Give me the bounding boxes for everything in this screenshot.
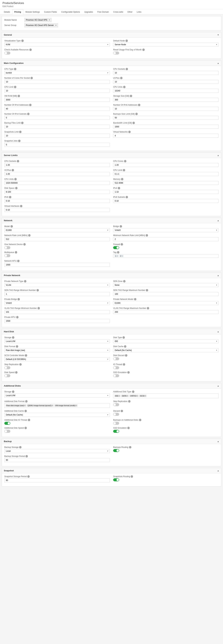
- virtual-networks-input[interactable]: [113, 134, 219, 138]
- ad-storage-select[interactable]: Local-LVM: [4, 394, 110, 398]
- pn-sdn-tag-min-input[interactable]: [4, 292, 110, 296]
- cpu-sockets-input[interactable]: [113, 71, 219, 75]
- hd-ssd-emulation-toggle[interactable]: [113, 374, 119, 377]
- pn-sdn-zone-select[interactable]: None: [113, 283, 219, 287]
- sl-ipv4-input[interactable]: [113, 190, 219, 194]
- ad-disk-format-tags[interactable]: Raw disk image (raw) × QEMU image format…: [4, 403, 110, 408]
- sl-vcplus-input[interactable]: [4, 172, 110, 176]
- ad-tag-scsi-remove[interactable]: ×: [145, 395, 146, 397]
- hd-scsi-select[interactable]: Default (LSI 53C895A): [4, 357, 110, 361]
- net-rate-limit-input[interactable]: [4, 237, 110, 241]
- sn-period-input[interactable]: [4, 478, 110, 482]
- pn-bridge-select[interactable]: Vmbr0: [4, 301, 110, 305]
- sl-disk-space-input[interactable]: [4, 190, 110, 194]
- vm-ram-input[interactable]: [4, 98, 110, 102]
- ad-tag-virtio-remove[interactable]: ×: [137, 395, 138, 397]
- hd-disk-type-select[interactable]: IDE: [113, 339, 219, 343]
- cpu-limit-input[interactable]: [4, 89, 110, 93]
- net-one-network-toggle[interactable]: [4, 246, 10, 249]
- ipv4-subnets-input[interactable]: [4, 116, 110, 120]
- sl-cpu-sockets-input[interactable]: [4, 163, 110, 167]
- sl-ipv6-subnets-input[interactable]: [113, 199, 219, 203]
- hard-disk-header[interactable]: Hard Disk ▲: [2, 329, 221, 334]
- default-node-select[interactable]: Server-Node: [113, 42, 219, 46]
- sl-ipv6-input[interactable]: [4, 199, 110, 203]
- tab-pricing[interactable]: Pricing: [12, 9, 23, 14]
- tab-links[interactable]: Links: [135, 9, 144, 14]
- module-name-select[interactable]: Proxmox VE Cloud VPS: [24, 18, 52, 22]
- ad-backups-toggle[interactable]: [113, 422, 119, 425]
- net-bridge-select[interactable]: Vmbr0: [113, 228, 219, 232]
- tab-module-settings[interactable]: Module Settings: [23, 9, 42, 14]
- snapshots-limit-input[interactable]: [4, 134, 110, 138]
- net-tag-1-remove[interactable]: ×: [117, 255, 118, 257]
- ad-io-thread-toggle[interactable]: [4, 422, 10, 425]
- cpu-type-select[interactable]: kvm64: [4, 71, 110, 75]
- tab-cross-sells[interactable]: Cross-sells: [111, 9, 125, 14]
- tab-other[interactable]: Other: [125, 9, 135, 14]
- ad-discard-toggle[interactable]: [113, 413, 119, 416]
- net-multiqueue-toggle[interactable]: [4, 254, 10, 257]
- cores-per-socket-input[interactable]: [4, 80, 110, 84]
- ad-ssd-emulation-toggle[interactable]: [113, 430, 119, 433]
- hd-skip-replication-toggle[interactable]: [4, 366, 10, 369]
- pn-mtu-input[interactable]: [4, 319, 110, 323]
- ad-tag-ide-remove[interactable]: ×: [119, 395, 120, 397]
- tab-custom-fields[interactable]: Custom Fields: [42, 9, 59, 14]
- main-config-header[interactable]: Main Configuration ▲: [2, 60, 221, 66]
- ad-tag-raw-remove[interactable]: ×: [24, 404, 25, 406]
- vcplus-input[interactable]: [113, 80, 219, 84]
- ad-tag-qcow2-remove[interactable]: ×: [52, 404, 53, 406]
- server-group-select[interactable]: Proxmox VE Cloud VPS Server: [24, 23, 58, 27]
- tab-free-domain[interactable]: Free Domain: [95, 9, 111, 14]
- sn-routing-toggle[interactable]: [113, 478, 119, 481]
- ipv6-input[interactable]: [113, 107, 219, 111]
- sl-memory-input[interactable]: [113, 181, 219, 185]
- tab-upgrades[interactable]: Upgrades: [82, 9, 95, 14]
- ad-tag-vmdk-remove[interactable]: ×: [75, 404, 76, 406]
- net-model-select[interactable]: E1000: [4, 228, 110, 232]
- server-limits-header[interactable]: Server Limits ▲: [2, 153, 221, 158]
- net-min-rate-limit-input[interactable]: [113, 237, 219, 241]
- pn-vlan-min-input[interactable]: [4, 310, 110, 314]
- hd-disk-speed-toggle[interactable]: [4, 374, 10, 377]
- ad-skip-replication-toggle[interactable]: [113, 403, 119, 406]
- net-tag-2-remove[interactable]: ×: [122, 255, 123, 257]
- ad-disk-type-tags[interactable]: IDE × SATA × VIRTIO × SCSI ×: [113, 394, 219, 398]
- net-tag-input[interactable]: 1 × 2 ×: [113, 254, 219, 258]
- network-section-header[interactable]: Network ▲: [2, 218, 221, 223]
- pn-vlan-max-input[interactable]: [113, 310, 219, 314]
- bk-period-input[interactable]: [4, 458, 110, 462]
- sl-cpu-cores-input[interactable]: [113, 163, 219, 167]
- bk-storage-select[interactable]: Local: [4, 449, 110, 453]
- sl-virtual-interfaces-input[interactable]: [4, 208, 110, 212]
- snapshot-jobs-input[interactable]: [4, 143, 110, 147]
- ad-tag-sata-remove[interactable]: ×: [127, 395, 128, 397]
- check-available-toggle[interactable]: [4, 52, 10, 54]
- pn-type-select[interactable]: VLAN: [4, 283, 110, 287]
- pn-bridge-model-select[interactable]: E1000: [113, 301, 219, 305]
- backups-size-input[interactable]: [113, 116, 219, 120]
- net-tag-text-input[interactable]: [124, 255, 131, 257]
- additional-disks-header[interactable]: Additional Disks ▲: [2, 383, 221, 388]
- ad-disk-speed-toggle[interactable]: [4, 430, 10, 433]
- tab-details[interactable]: Details: [2, 9, 12, 14]
- reset-usage-toggle[interactable]: [113, 52, 119, 54]
- private-network-header[interactable]: Private Network ▲: [2, 273, 221, 278]
- hd-disk-format-select[interactable]: Raw disk image (raw): [4, 348, 110, 352]
- snapshot-header[interactable]: Snapshot ▲: [2, 468, 221, 473]
- general-section-header[interactable]: General ▼: [2, 32, 221, 38]
- sl-cpu-limit-input[interactable]: [113, 172, 219, 176]
- hd-disk-discard-toggle[interactable]: [113, 357, 119, 360]
- hd-io-thread-toggle[interactable]: [113, 366, 119, 369]
- backup-header[interactable]: Backup ▲: [2, 439, 221, 444]
- ad-disk-cache-select[interactable]: Default (No Cache): [4, 413, 110, 417]
- ipv4-input[interactable]: [4, 107, 110, 111]
- hd-disk-cache-select[interactable]: Default (No Cache): [113, 348, 219, 352]
- pn-sdn-tag-max-input[interactable]: [113, 292, 219, 296]
- bandwidth-limit-input[interactable]: [113, 125, 219, 129]
- net-mtu-input[interactable]: [4, 263, 110, 267]
- hd-storage-select[interactable]: Local-LVM: [4, 339, 110, 343]
- net-firewall-toggle[interactable]: [113, 246, 119, 249]
- backup-files-input[interactable]: [4, 125, 110, 129]
